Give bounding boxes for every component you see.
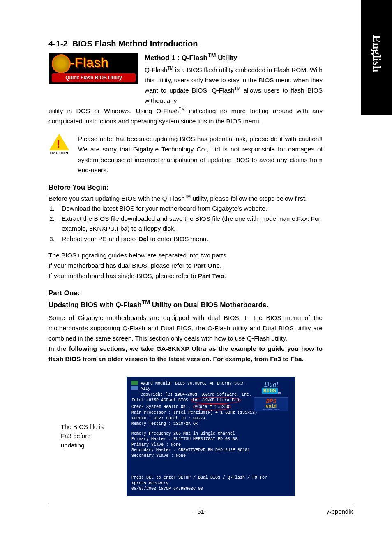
method1-para-top: Q-FlashTM is a BIOS flash utility embedd…: [145, 65, 323, 106]
method1-title: Method 1 : Q-FlashTM Utility: [145, 52, 323, 62]
part-one-para: Some of Gigabyte motherboards are equipp…: [48, 313, 323, 343]
step-2: 2.Extract the BIOS file downloaded and s…: [49, 214, 323, 234]
method1-row: -Flash Quick Flash BIOS Utility Method 1…: [48, 52, 323, 106]
part-one-subheading: Updating BIOS with Q-FlashTM Utility on …: [48, 299, 323, 309]
bios-line: Secondary Slave : None: [131, 453, 290, 459]
page-footer: - 51 - Appendix: [48, 505, 353, 515]
bios-line: <CPUID : 0F27 Patch ID : 0027>: [131, 416, 290, 422]
screenshot-row: The BIOS file is Fa3 before updating Dua…: [48, 377, 323, 496]
before-begin-intro: Before you start updating BIOS with the …: [48, 193, 323, 204]
warning-triangle-icon: [49, 134, 69, 150]
bios-line: Award Modular BIOS v6.00PG, An Energy St…: [141, 381, 251, 387]
caution-icon: CAUTION: [48, 134, 70, 155]
page-content: 4-1-2 BIOS Flash Method Introduction -Fl…: [0, 0, 360, 496]
guides-note-2: If your motherboard has dual-BIOS, pleas…: [48, 260, 323, 271]
steps-list: 1.Download the latest BIOS for your moth…: [49, 204, 323, 244]
bios-line: Xpress Recovery: [131, 481, 290, 486]
page-number: - 51 -: [194, 508, 208, 515]
caution-block: CAUTION Please note that because updatin…: [48, 134, 323, 175]
bios-line: Ally: [141, 386, 251, 392]
bios-line: Press DEL to enter SETUP / Dual BIOS / Q…: [131, 475, 290, 481]
energy-star-icon: [131, 381, 139, 391]
qflash-text: -Flash: [70, 55, 109, 70]
qflash-q-icon: [52, 54, 71, 73]
bios-line: Secondary Master : CREATIVEDVD-RM DVD124…: [131, 447, 290, 453]
bios-line: 08/07/2003-i875P-6A79BG03C-00: [131, 486, 290, 492]
bios-line: Memory Testing : 131072K OK: [131, 421, 290, 427]
guides-note-3: If your motherboard has single-BIOS, ple…: [48, 271, 323, 281]
bios-line: Copyright (C) 1984-2003, Award Software,…: [141, 392, 251, 398]
before-begin-heading: Before You Begin:: [48, 183, 323, 192]
part-one-heading: Part One:: [48, 289, 323, 297]
bios-line: Primary Slave : None: [131, 442, 290, 448]
dps-gold-logo: DPS Gold Dual Power System: [254, 397, 288, 411]
caution-label: CAUTION: [48, 151, 70, 155]
guides-note-1: The BIOS upgrading guides below are sepa…: [48, 250, 323, 260]
bios-boot-screen: Dual BIOSTM DPS Gold Dual Power System A…: [127, 377, 295, 496]
language-tab: English: [361, 0, 392, 115]
part-one-bold: In the following sections, we take GA-8K…: [48, 343, 323, 364]
method1-col: Method 1 : Q-FlashTM Utility Q-FlashTM i…: [145, 52, 323, 106]
section-title: 4-1-2 BIOS Flash Method Introduction: [48, 39, 323, 49]
step-1: 1.Download the latest BIOS for your moth…: [49, 204, 323, 214]
step-3: 3.Reboot your PC and press Del to enter …: [49, 234, 323, 244]
qflash-logo: -Flash Quick Flash BIOS Utility: [48, 52, 139, 85]
qflash-bar: Quick Flash BIOS Utility: [52, 73, 136, 82]
language-label: English: [370, 35, 383, 72]
bios-line: Primary Master : FUJITSU MPE3170AT ED-03…: [131, 436, 290, 442]
footer-section: Appendix: [327, 508, 353, 515]
dual-bios-logo: Dual BIOSTM: [254, 381, 288, 394]
method1-para-bottom: utility in DOS or Windows. Using Q-Flash…: [48, 106, 323, 126]
screenshot-annotation: The BIOS file is Fa3 before updating: [48, 422, 114, 450]
caution-text: Please note that because updating BIOS h…: [78, 134, 323, 175]
bios-line: Memory Frequency 266 MHz in Single Chann…: [131, 431, 290, 437]
